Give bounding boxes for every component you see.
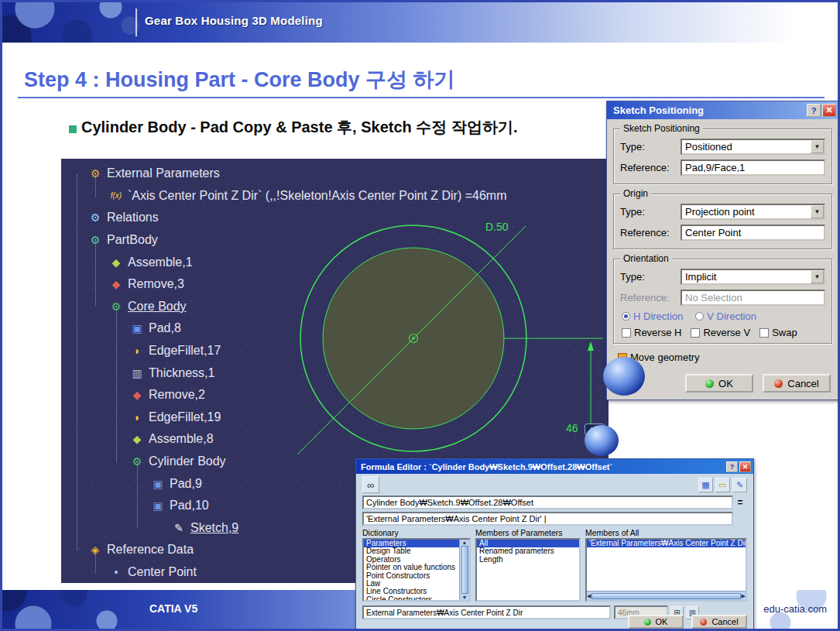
close-icon[interactable]: ✕ xyxy=(822,104,836,117)
members-of-all-list: 'External Parameters₩Axis Center Point Z… xyxy=(585,538,747,602)
move-geometry-checkbox[interactable]: Move geometry xyxy=(618,352,828,363)
members-of-all-header: Members of All xyxy=(585,528,747,537)
footer-site: edu-catia.com xyxy=(763,603,827,615)
orientation-type-dropdown[interactable]: Implicit ▼ xyxy=(681,269,825,285)
formula-target-field[interactable]: Cylinder Body₩Sketch.9₩Offset.28₩Offset xyxy=(362,496,733,509)
pad-icon xyxy=(150,478,166,490)
close-icon[interactable]: ✕ xyxy=(739,461,751,472)
assemble-icon xyxy=(129,433,145,445)
dialog-titlebar[interactable]: Formula Editor : `Cylinder Body₩Sketch.9… xyxy=(356,459,753,474)
chevron-down-icon[interactable]: ▼ xyxy=(811,140,824,153)
reference-label: Reference: xyxy=(620,227,681,238)
cancel-button[interactable]: Cancel xyxy=(691,615,747,629)
banner-title: Gear Box Housing 3D Modeling xyxy=(145,14,323,27)
tree-item-remove-2[interactable]: Remove,2 xyxy=(61,384,609,406)
help-icon[interactable]: ? xyxy=(807,104,821,117)
tree-item-remove-3[interactable]: Remove,3 xyxy=(61,273,609,296)
type-label: Type: xyxy=(620,271,681,283)
chevron-down-icon[interactable]: ▼ xyxy=(811,205,824,218)
tree-item-assemble-1[interactable]: Assemble,1 xyxy=(61,251,609,273)
tree-item-assemble-8[interactable]: Assemble,8 xyxy=(61,428,609,451)
members-of-parameters-header: Members of Parameters xyxy=(475,528,585,537)
sketch-positioning-dialog: Sketch Positioning ? ✕ Sketch Positionin… xyxy=(606,101,839,400)
ok-button[interactable]: OK xyxy=(685,374,753,393)
origin-reference-field[interactable]: Center Point xyxy=(681,225,825,241)
reverse-h-checkbox[interactable]: Reverse H xyxy=(622,327,681,338)
reference-label: Reference: xyxy=(620,162,681,173)
formula-icon xyxy=(108,191,124,200)
dialog-title: Sketch Positioning xyxy=(613,105,805,116)
wizard-icon[interactable]: ▦ xyxy=(698,478,713,492)
ok-icon xyxy=(705,379,714,388)
horizontal-scrollbar[interactable]: ◀▶ xyxy=(587,591,746,600)
height-dimension-label[interactable]: 46 xyxy=(566,422,578,434)
reverse-v-checkbox[interactable]: Reverse V xyxy=(691,327,750,338)
vertical-scrollbar[interactable]: ▲▼ xyxy=(459,540,469,600)
formula-expression-field[interactable]: 'External Parameters₩Axis Center Point Z… xyxy=(362,512,733,526)
type-label: Type: xyxy=(620,141,681,153)
h-direction-radio[interactable]: H Direction xyxy=(622,310,683,322)
dictionary-header: Dictionary xyxy=(362,528,475,537)
edit-formula-icon[interactable]: ✎ xyxy=(732,478,747,492)
external-parameters-icon xyxy=(87,167,103,180)
tree-item-axis-center-point[interactable]: `Axis Center Point Z Dir` (,,!Skeleton!A… xyxy=(61,185,609,207)
group-legend: Origin xyxy=(620,188,651,199)
checkbox-icon xyxy=(691,328,700,338)
help-icon[interactable]: ? xyxy=(726,461,738,472)
banner-separator xyxy=(135,9,137,36)
positioning-type-dropdown[interactable]: Positioned ▼ xyxy=(681,139,825,155)
cancel-icon xyxy=(774,379,783,388)
tree-item-edgefillet-19[interactable]: EdgeFillet,19 xyxy=(61,406,609,429)
point-icon xyxy=(108,566,124,578)
relations-icon xyxy=(87,211,103,224)
diameter-dimension-label[interactable]: D.50 xyxy=(485,221,509,233)
swap-checkbox[interactable]: Swap xyxy=(759,327,797,338)
radio-icon xyxy=(695,312,704,321)
orientation-reference-field[interactable]: No Selection xyxy=(681,290,825,306)
pad-icon xyxy=(150,499,166,512)
list-item[interactable]: Circle Constructors xyxy=(364,596,459,600)
positioning-reference-field[interactable]: Pad,9/Face,1 xyxy=(681,159,825,176)
ok-button[interactable]: OK xyxy=(628,615,684,629)
result-parameter-field[interactable]: External Parameters₩Axis Center Point Z … xyxy=(362,605,611,619)
checkbox-icon xyxy=(622,328,631,338)
decorative-sphere xyxy=(603,357,645,396)
list-item[interactable]: 'External Parameters₩Axis Center Point Z… xyxy=(587,540,746,547)
ok-icon xyxy=(644,619,651,626)
equals-sign: = xyxy=(733,497,747,508)
origin-type-dropdown[interactable]: Projection point ▼ xyxy=(681,204,825,220)
dialog-titlebar[interactable]: Sketch Positioning ? ✕ xyxy=(607,101,838,119)
partbody-icon xyxy=(87,234,103,246)
v-direction-radio[interactable]: V Direction xyxy=(695,310,756,322)
formula-editor-dialog: Formula Editor : `Cylinder Body₩Sketch.9… xyxy=(355,458,754,631)
assemble-icon xyxy=(108,256,124,269)
chevron-down-icon[interactable]: ▼ xyxy=(811,270,824,283)
tree-item-core-body[interactable]: Core Body xyxy=(61,296,609,318)
remove-icon xyxy=(129,389,145,401)
dictionary-list: Parameters Design Table Operators Pointe… xyxy=(362,538,471,602)
group-legend: Sketch Positioning xyxy=(620,123,703,134)
body-icon xyxy=(108,300,124,313)
tree-item-partbody[interactable]: PartBody xyxy=(61,229,609,252)
tree-item-pad-8[interactable]: Pad,8 xyxy=(61,317,609,340)
tree-item-external-parameters[interactable]: External Parameters xyxy=(61,163,609,185)
sketch-icon xyxy=(171,522,187,534)
footer-brand: CATIA V5 xyxy=(149,602,197,615)
cancel-button[interactable]: Cancel xyxy=(763,374,831,393)
eyeglasses-icon[interactable]: ∞ xyxy=(362,476,379,493)
decorative-sphere xyxy=(585,425,619,456)
erase-icon[interactable]: ▭ xyxy=(715,478,730,492)
reference-label: Reference: xyxy=(620,292,681,303)
tree-item-edgefillet-17[interactable]: EdgeFillet,17 xyxy=(61,340,609,362)
fillet-icon xyxy=(129,345,145,357)
tree-item-thickness-1[interactable]: Thickness,1 xyxy=(61,362,609,384)
radio-icon xyxy=(622,312,630,321)
positioning-group: Sketch Positioning Type: Positioned ▼ Re… xyxy=(613,129,832,184)
list-item[interactable]: Length xyxy=(477,556,579,564)
members-of-parameters-list: All Renamed parameters Length xyxy=(475,538,581,602)
checkbox-icon xyxy=(759,328,769,338)
dialog-title: Formula Editor : `Cylinder Body₩Sketch.9… xyxy=(361,462,725,472)
title-underline xyxy=(18,97,825,98)
orientation-group: Orientation Type: Implicit ▼ Reference: … xyxy=(613,259,832,344)
tree-item-relations[interactable]: Relations xyxy=(61,207,609,229)
